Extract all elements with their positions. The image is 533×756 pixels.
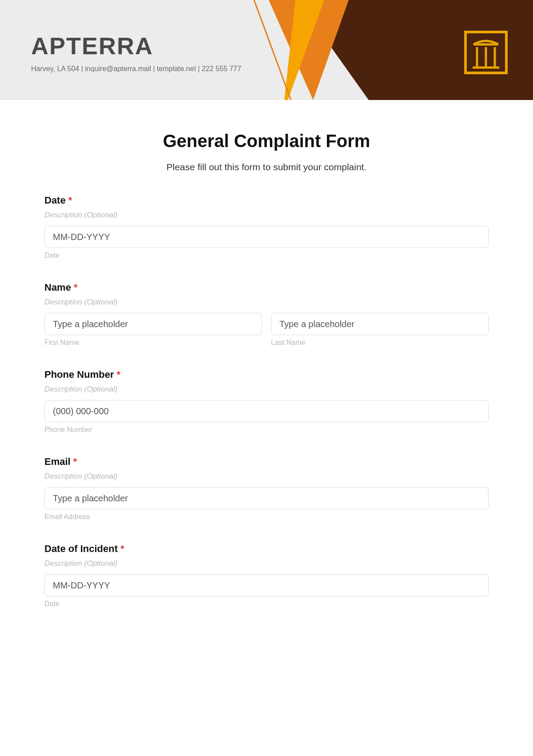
required-mark: *	[74, 282, 78, 293]
field-sublabel: Date	[44, 252, 489, 260]
field-phone: Phone Number * Description (Optional) Ph…	[44, 369, 489, 434]
first-name-input[interactable]	[44, 313, 262, 335]
last-name-input[interactable]	[271, 313, 489, 335]
field-label: Phone Number *	[44, 369, 489, 380]
field-label: Name *	[44, 282, 489, 293]
field-sublabel: Phone Number	[44, 426, 489, 434]
page-header: APTERRA Harvey, LA 504 | inquire@apterra…	[0, 0, 533, 100]
field-description: Description (Optional)	[44, 559, 489, 568]
form-title: General Complaint Form	[44, 131, 489, 151]
field-description: Description (Optional)	[44, 472, 489, 481]
form-subtitle: Please fill out this form to submit your…	[44, 162, 489, 172]
field-description: Description (Optional)	[44, 298, 489, 307]
field-label: Date *	[44, 195, 489, 206]
incident-date-input[interactable]	[44, 574, 489, 596]
field-description: Description (Optional)	[44, 385, 489, 394]
label-text: Date of Incident	[44, 543, 118, 554]
label-text: Email	[44, 456, 71, 467]
field-sublabel: Last Name	[271, 339, 489, 347]
email-input[interactable]	[44, 487, 489, 509]
brand-block: APTERRA Harvey, LA 504 | inquire@apterra…	[31, 32, 241, 73]
field-sublabel: Date	[44, 600, 489, 608]
brand-name: APTERRA	[31, 32, 241, 60]
brand-contact: Harvey, LA 504 | inquire@apterra.mail | …	[31, 65, 241, 73]
phone-input[interactable]	[44, 400, 489, 422]
field-sublabel: First Name	[44, 339, 262, 347]
date-input[interactable]	[44, 226, 489, 248]
label-text: Date	[44, 195, 66, 206]
label-text: Phone Number	[44, 369, 114, 380]
field-incident-date: Date of Incident * Description (Optional…	[44, 543, 489, 608]
required-mark: *	[117, 369, 121, 380]
header-graphic	[222, 0, 533, 100]
label-text: Name	[44, 282, 71, 293]
required-mark: *	[120, 543, 124, 554]
field-label: Email *	[44, 456, 489, 468]
required-mark: *	[73, 456, 77, 467]
field-date: Date * Description (Optional) Date	[44, 195, 489, 260]
field-label: Date of Incident *	[44, 543, 489, 555]
form-container: General Complaint Form Please fill out t…	[0, 100, 533, 630]
field-email: Email * Description (Optional) Email Add…	[44, 456, 489, 521]
required-mark: *	[68, 195, 72, 206]
field-description: Description (Optional)	[44, 211, 489, 220]
field-name: Name * Description (Optional) First Name…	[44, 282, 489, 347]
field-sublabel: Email Address	[44, 513, 489, 521]
